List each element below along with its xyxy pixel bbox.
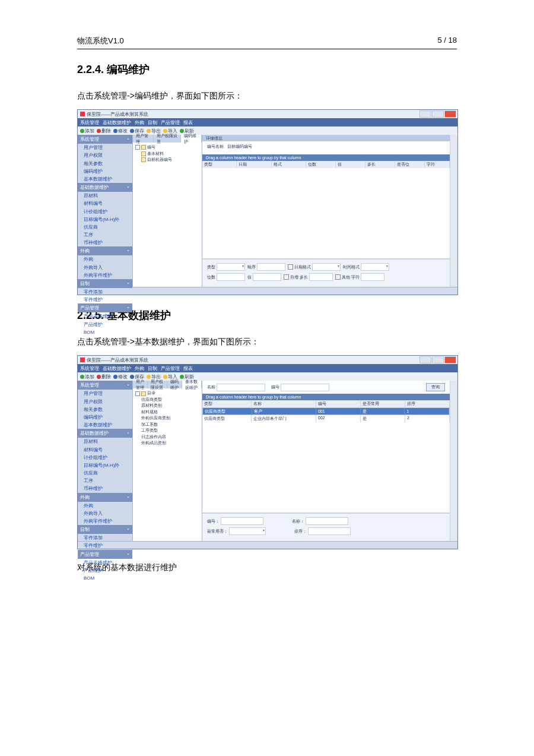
datefmt-select[interactable] — [312, 263, 341, 271]
no-input[interactable] — [281, 384, 329, 391]
tab[interactable]: 用户权限设置 — [154, 135, 182, 143]
nav-item[interactable]: 目标编号(M-H)外 — [78, 461, 132, 469]
grid-group-hint[interactable]: Drag a column header here to group by th… — [202, 394, 450, 400]
tab[interactable]: 用户管理 — [133, 381, 148, 388]
nav-item[interactable]: 基本数据维护 — [78, 421, 132, 429]
table-row-selected[interactable]: 供应商类型 客户 001 是 1 — [202, 407, 450, 415]
nav-item[interactable]: 相关参数 — [78, 160, 132, 167]
col-header[interactable]: 编号 — [316, 400, 361, 407]
tree-node[interactable]: 加工系数 — [135, 422, 199, 428]
menu-item[interactable]: 基础数据维护 — [103, 119, 131, 126]
nav-item[interactable]: 原材料 — [78, 438, 132, 445]
checkbox[interactable] — [288, 264, 293, 270]
col-header[interactable]: 多长 — [365, 161, 395, 168]
col-header[interactable]: 字符 — [425, 161, 450, 168]
menu-item[interactable]: 产品管理 — [161, 365, 180, 372]
name-input[interactable] — [217, 384, 265, 391]
type-select[interactable] — [217, 263, 245, 271]
nav-item[interactable]: 外购 — [78, 502, 132, 510]
nav-item[interactable]: 工序 — [78, 231, 132, 239]
menu-item[interactable]: 目制 — [148, 365, 157, 372]
scrollbar[interactable] — [450, 135, 457, 287]
menu-item[interactable]: 外购 — [135, 119, 144, 126]
nav-item[interactable]: 零件添加 — [78, 534, 132, 542]
col-header[interactable]: 类型 — [202, 161, 237, 168]
tree-node[interactable]: 供应商类型 — [135, 397, 199, 403]
col-header[interactable]: 是否位 — [395, 161, 425, 168]
table-row[interactable]: 供应商类型 企业内部各个部门 002 是 2 — [202, 415, 450, 422]
menu-item[interactable]: 报表 — [183, 365, 193, 372]
nav-group-header[interactable]: 基础数据维护⌄ — [78, 183, 132, 192]
menu-item[interactable]: 系统管理 — [80, 365, 99, 372]
menu-item[interactable]: 产品管理 — [161, 119, 180, 126]
col-header[interactable]: 名称 — [252, 400, 316, 407]
nav-item[interactable]: 编码维护 — [78, 413, 132, 421]
form-no-input[interactable] — [221, 517, 263, 525]
nav-item[interactable]: 外购导入 — [78, 264, 132, 271]
nav-item[interactable]: 外购零件维护 — [78, 271, 132, 279]
tree-node[interactable]: 工序类型 — [135, 428, 199, 434]
val-input[interactable] — [253, 273, 281, 281]
checkbox[interactable] — [284, 274, 289, 280]
checkbox[interactable] — [335, 274, 341, 280]
form-name-input[interactable] — [306, 517, 348, 525]
nav-item[interactable]: 币种维护 — [78, 485, 132, 492]
col-header[interactable]: 是否常用 — [361, 400, 405, 407]
tab-active[interactable]: 基本数据维护 — [182, 381, 202, 388]
min-button[interactable] — [419, 356, 431, 363]
nav-item[interactable]: 币种维护 — [78, 239, 132, 246]
grid-group-hint[interactable]: Drag a column header here to group by th… — [202, 154, 450, 161]
add-button[interactable]: 添加 — [80, 374, 94, 380]
menu-item[interactable]: 基础数据维护 — [103, 365, 131, 372]
tree-node[interactable]: 日志操作内容 — [135, 434, 199, 441]
nav-item[interactable]: 目标编号(M-H)外 — [78, 216, 132, 223]
nav-item[interactable]: 产品维护 — [78, 567, 132, 574]
nav-item[interactable]: 原材料 — [78, 192, 132, 200]
nav-group-header[interactable]: 系统管理⌄ — [78, 381, 132, 390]
nav-group-header[interactable]: 产品管理⌄ — [78, 550, 132, 559]
tab[interactable]: 编码维护 — [167, 381, 182, 388]
tree-node[interactable]: 目标机器编号 — [135, 157, 199, 163]
nav-item[interactable]: 材料编号 — [78, 200, 132, 207]
nav-item[interactable]: 零件添加 — [78, 288, 132, 296]
grid-body[interactable] — [202, 168, 450, 259]
nav-item[interactable]: 用户权限 — [78, 151, 132, 159]
col-header[interactable]: 日期 — [237, 161, 271, 168]
nav-item[interactable]: 零件维护 — [78, 296, 132, 303]
timefmt-select[interactable] — [361, 263, 389, 271]
nav-item[interactable]: 编码维护 — [78, 167, 132, 175]
close-button[interactable] — [444, 356, 456, 363]
nav-group-header[interactable]: 外购⌄ — [78, 493, 132, 502]
form-sort-input[interactable] — [308, 527, 351, 535]
tree-node[interactable]: 材料规格 — [135, 409, 199, 416]
nav-item[interactable]: 外购零件维护 — [78, 517, 132, 525]
digits-input[interactable] — [217, 273, 245, 281]
nav-item[interactable]: 计价组维护 — [78, 208, 132, 216]
scrollbar[interactable] — [450, 381, 457, 541]
tree-root[interactable]: 编号 — [135, 144, 199, 151]
nav-item[interactable]: 产品表格维护 — [78, 312, 132, 320]
add-button[interactable]: 添加 — [80, 128, 94, 134]
nav-item[interactable]: 外购导入 — [78, 510, 132, 517]
tab[interactable]: 用户管理 — [133, 135, 154, 143]
tree-node[interactable]: 基本材料 — [135, 151, 199, 157]
tree-node[interactable]: 外购供应商类别 — [135, 415, 199, 422]
nav-item[interactable]: 工序 — [78, 477, 132, 485]
nav-item[interactable]: 用户管理 — [78, 390, 132, 397]
nav-item[interactable]: 基本数据维护 — [78, 175, 132, 183]
col-header[interactable]: 格式 — [272, 161, 306, 168]
nav-item[interactable]: 外购 — [78, 255, 132, 263]
menu-item[interactable]: 系统管理 — [80, 119, 99, 126]
tab-active[interactable]: 编码维护 — [181, 135, 202, 143]
grid-body[interactable] — [202, 422, 450, 513]
nav-item[interactable]: 用户权限 — [78, 398, 132, 406]
nav-group-header[interactable]: 目制⌄ — [78, 525, 132, 534]
edit-button[interactable]: 修改 — [113, 128, 128, 134]
nav-item[interactable]: 产品表格维护 — [78, 559, 132, 567]
col-header[interactable]: 排序 — [405, 400, 450, 407]
otherchar-input[interactable] — [361, 273, 384, 281]
delete-button[interactable]: 删除 — [97, 128, 111, 134]
tab[interactable]: 用户权限设置 — [148, 381, 167, 388]
min-button[interactable] — [419, 110, 431, 118]
menu-item[interactable]: 报表 — [183, 119, 193, 126]
